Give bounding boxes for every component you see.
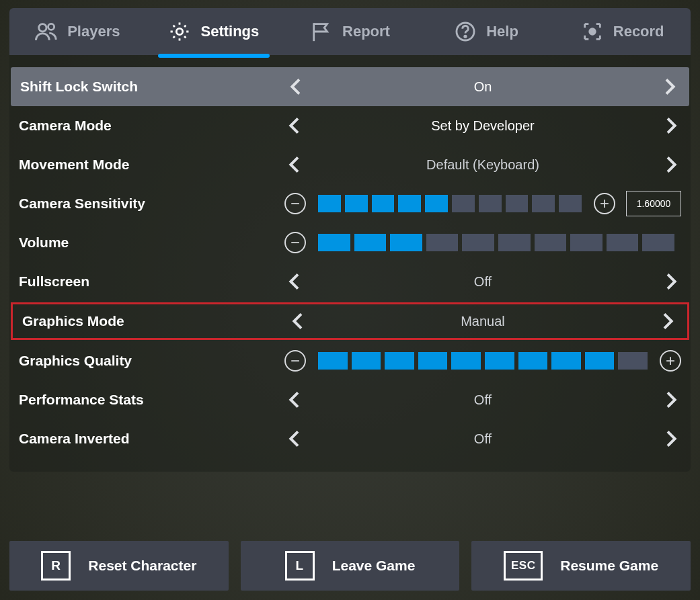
record-icon	[581, 20, 604, 43]
tab-label: Settings	[200, 23, 259, 40]
footer-buttons: R Reset Character L Leave Game ESC Resum…	[9, 541, 691, 591]
button-label: Leave Game	[332, 558, 416, 574]
slider-segment[interactable]	[607, 234, 639, 251]
selector: Default (Keyboard)	[284, 154, 681, 175]
tab-report[interactable]: Report	[282, 8, 418, 55]
svg-point-4	[465, 36, 467, 38]
slider-segment[interactable]	[426, 234, 459, 251]
plus-button[interactable]: +	[660, 350, 681, 372]
row-graphics-quality: Graphics Quality − +	[9, 341, 691, 380]
chevron-right-icon[interactable]	[658, 76, 680, 97]
chevron-right-icon[interactable]	[660, 389, 681, 411]
tab-players[interactable]: Players	[9, 8, 146, 55]
slider-segment[interactable]	[385, 352, 414, 370]
slider: − + 1.60000	[284, 191, 681, 216]
chevron-right-icon[interactable]	[660, 115, 681, 136]
slider: −	[284, 232, 681, 253]
row-performance-stats: Performance Stats Off	[9, 380, 691, 419]
key-hint: L	[285, 551, 315, 581]
key-hint: ESC	[504, 551, 543, 581]
row-camera-sensitivity: Camera Sensitivity − + 1.60000	[9, 184, 691, 223]
slider-segment[interactable]	[535, 234, 567, 251]
setting-label: Camera Sensitivity	[19, 196, 284, 212]
row-graphics-mode: Graphics Mode Manual	[11, 302, 689, 340]
slider-segment[interactable]	[418, 352, 448, 370]
slider-segment[interactable]	[398, 195, 421, 212]
slider-segment[interactable]	[618, 352, 648, 370]
chevron-right-icon[interactable]	[656, 310, 678, 332]
chevron-left-icon[interactable]	[288, 310, 309, 332]
chevron-left-icon[interactable]	[284, 154, 306, 175]
chevron-right-icon[interactable]	[660, 428, 681, 449]
plus-button[interactable]: +	[594, 193, 615, 214]
slider-segment[interactable]	[352, 352, 381, 370]
setting-label: Volume	[19, 234, 284, 251]
slider-segment[interactable]	[585, 352, 615, 370]
slider-segment[interactable]	[345, 195, 368, 212]
slider-segment[interactable]	[485, 352, 514, 370]
slider-segment[interactable]	[372, 195, 395, 212]
slider-bars[interactable]	[311, 234, 681, 251]
button-label: Reset Character	[88, 558, 196, 574]
chevron-right-icon[interactable]	[660, 154, 681, 175]
slider-segment[interactable]	[479, 195, 502, 212]
leave-game-button[interactable]: L Leave Game	[241, 541, 460, 591]
chevron-right-icon[interactable]	[660, 271, 681, 292]
slider-segment[interactable]	[318, 234, 350, 251]
slider-segment[interactable]	[390, 234, 422, 251]
row-fullscreen: Fullscreen Off	[9, 262, 691, 301]
tab-settings[interactable]: Settings	[146, 8, 282, 55]
setting-value: Default (Keyboard)	[311, 157, 654, 173]
setting-value: Off	[311, 392, 654, 408]
slider-segment[interactable]	[318, 195, 341, 212]
chevron-left-icon[interactable]	[284, 428, 306, 449]
slider-segment[interactable]	[452, 195, 475, 212]
resume-game-button[interactable]: ESC Resume Game	[471, 541, 691, 591]
row-movement-mode: Movement Mode Default (Keyboard)	[9, 145, 691, 184]
chevron-left-icon[interactable]	[284, 115, 306, 136]
slider-segment[interactable]	[518, 352, 548, 370]
slider-segment[interactable]	[462, 234, 494, 251]
selector: Manual	[288, 310, 678, 332]
minus-button[interactable]: −	[284, 232, 306, 253]
tab-help[interactable]: Help	[418, 8, 555, 55]
slider-bars[interactable]	[311, 195, 588, 212]
selector: Off	[284, 428, 681, 449]
chevron-left-icon[interactable]	[284, 389, 306, 411]
slider-segment[interactable]	[570, 234, 602, 251]
setting-label: Camera Inverted	[19, 431, 284, 447]
slider-segment[interactable]	[451, 352, 481, 370]
slider-segment[interactable]	[642, 234, 674, 251]
row-camera-mode: Camera Mode Set by Developer	[9, 106, 691, 145]
slider-segment[interactable]	[498, 234, 531, 251]
setting-value: On	[313, 79, 653, 95]
setting-value: Off	[311, 431, 654, 447]
sensitivity-input[interactable]: 1.60000	[626, 191, 681, 216]
flag-icon	[310, 20, 333, 43]
slider-segment[interactable]	[506, 195, 529, 212]
slider-segment[interactable]	[551, 352, 581, 370]
selector: Set by Developer	[284, 115, 681, 136]
minus-button[interactable]: −	[284, 193, 306, 214]
slider-segment[interactable]	[354, 234, 387, 251]
selector: On	[286, 76, 680, 97]
svg-point-0	[39, 24, 46, 32]
selector: Off	[284, 271, 681, 292]
tab-label: Players	[67, 23, 120, 40]
chevron-left-icon[interactable]	[284, 271, 306, 292]
slider-bars[interactable]	[311, 352, 654, 370]
setting-label: Graphics Mode	[22, 313, 288, 329]
tab-record[interactable]: Record	[554, 8, 691, 55]
slider-segment[interactable]	[318, 352, 348, 370]
row-volume: Volume −	[9, 223, 691, 262]
slider: − +	[284, 350, 681, 372]
setting-value: Manual	[315, 314, 651, 329]
reset-character-button[interactable]: R Reset Character	[9, 541, 229, 591]
tab-label: Report	[342, 23, 390, 40]
minus-button[interactable]: −	[284, 350, 306, 372]
chevron-left-icon[interactable]	[286, 76, 307, 97]
slider-segment[interactable]	[559, 195, 582, 212]
setting-label: Shift Lock Switch	[20, 79, 286, 95]
slider-segment[interactable]	[532, 195, 555, 212]
slider-segment[interactable]	[425, 195, 448, 212]
